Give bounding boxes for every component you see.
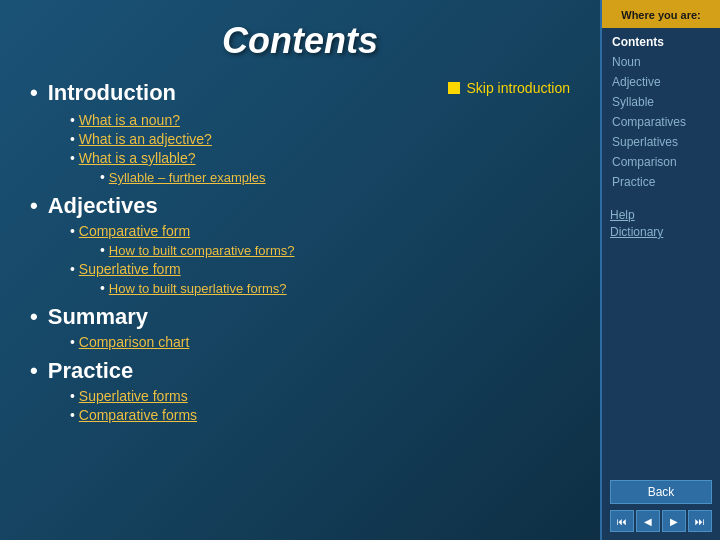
link-how-superlative[interactable]: How to built superlative forms?: [109, 281, 287, 296]
sidebar-item-adjective[interactable]: Adjective: [602, 72, 720, 92]
practice-title: Practice: [48, 358, 570, 384]
list-item: • What is a noun?: [70, 112, 570, 128]
summary-sublist: • Comparison chart: [70, 334, 570, 350]
section-adjectives: • Adjectives • Comparative form • How to…: [30, 193, 570, 296]
page-title: Contents: [30, 20, 570, 62]
sidebar-divider: [602, 192, 720, 200]
main-content: Contents • Introduction Skip introductio…: [0, 0, 600, 540]
syllable-sublist: • Syllable – further examples: [100, 169, 570, 185]
list-item: • How to built comparative forms?: [100, 242, 570, 258]
list-item: • Comparative forms: [70, 407, 570, 423]
section-introduction: • Introduction Skip introduction • What …: [30, 80, 570, 185]
list-item: • Superlative forms: [70, 388, 570, 404]
where-you-are-label: Where you are:: [621, 9, 700, 21]
nav-next-button[interactable]: ▶: [662, 510, 686, 532]
sidebar-item-practice[interactable]: Practice: [602, 172, 720, 192]
link-syllable-further[interactable]: Syllable – further examples: [109, 170, 266, 185]
list-item: • What is an adjective?: [70, 131, 570, 147]
adjectives-sublist: • Comparative form • How to built compar…: [70, 223, 570, 296]
superlative-sublist: • How to built superlative forms?: [100, 280, 570, 296]
list-item: • Superlative form: [70, 261, 570, 277]
list-item: • What is a syllable?: [70, 150, 570, 166]
link-how-comparative[interactable]: How to built comparative forms?: [109, 243, 295, 258]
sidebar-header: Where you are:: [602, 0, 720, 28]
list-item: • How to built superlative forms?: [100, 280, 570, 296]
section-summary: • Summary • Comparison chart: [30, 304, 570, 350]
link-comparative-form[interactable]: Comparative form: [79, 223, 190, 239]
list-item: • Syllable – further examples: [100, 169, 570, 185]
bullet-practice: •: [30, 358, 38, 384]
bullet-introduction: •: [30, 80, 38, 106]
nav-prev-button[interactable]: ◀: [636, 510, 660, 532]
sidebar-bottom: Back ⏮ ◀ ▶ ⏭: [602, 472, 720, 540]
link-what-is-syllable[interactable]: What is a syllable?: [79, 150, 196, 166]
sidebar: Where you are: Contents Noun Adjective S…: [600, 0, 720, 540]
sidebar-item-syllable[interactable]: Syllable: [602, 92, 720, 112]
sidebar-item-superlatives[interactable]: Superlatives: [602, 132, 720, 152]
nav-buttons: ⏮ ◀ ▶ ⏭: [610, 510, 712, 532]
link-comparison-chart[interactable]: Comparison chart: [79, 334, 190, 350]
summary-title: Summary: [48, 304, 570, 330]
dictionary-link[interactable]: Dictionary: [610, 225, 712, 239]
nav-first-button[interactable]: ⏮: [610, 510, 634, 532]
sidebar-navigation: Contents Noun Adjective Syllable Compara…: [602, 28, 720, 472]
back-button[interactable]: Back: [610, 480, 712, 504]
skip-introduction[interactable]: Skip introduction: [448, 80, 570, 96]
list-item: • Comparison chart: [70, 334, 570, 350]
sidebar-item-comparison[interactable]: Comparison: [602, 152, 720, 172]
sidebar-item-comparatives[interactable]: Comparatives: [602, 112, 720, 132]
bullet-summary: •: [30, 304, 38, 330]
skip-icon: [448, 82, 460, 94]
link-what-is-adjective[interactable]: What is an adjective?: [79, 131, 212, 147]
link-comparative-forms[interactable]: Comparative forms: [79, 407, 197, 423]
sidebar-item-contents[interactable]: Contents: [602, 32, 720, 52]
introduction-title: Introduction: [48, 80, 449, 106]
practice-sublist: • Superlative forms • Comparative forms: [70, 388, 570, 423]
bullet-adjectives: •: [30, 193, 38, 219]
link-superlative-forms[interactable]: Superlative forms: [79, 388, 188, 404]
section-practice: • Practice • Superlative forms • Compara…: [30, 358, 570, 423]
sidebar-item-noun[interactable]: Noun: [602, 52, 720, 72]
help-link[interactable]: Help: [610, 208, 712, 222]
nav-last-button[interactable]: ⏭: [688, 510, 712, 532]
content-body: • Introduction Skip introduction • What …: [30, 80, 570, 423]
comparative-sublist: • How to built comparative forms?: [100, 242, 570, 258]
sidebar-help-area: Help Dictionary: [602, 200, 720, 250]
link-superlative-form[interactable]: Superlative form: [79, 261, 181, 277]
introduction-sublist: • What is a noun? • What is an adjective…: [70, 112, 570, 185]
link-what-is-noun[interactable]: What is a noun?: [79, 112, 180, 128]
adjectives-title: Adjectives: [48, 193, 570, 219]
list-item: • Comparative form: [70, 223, 570, 239]
